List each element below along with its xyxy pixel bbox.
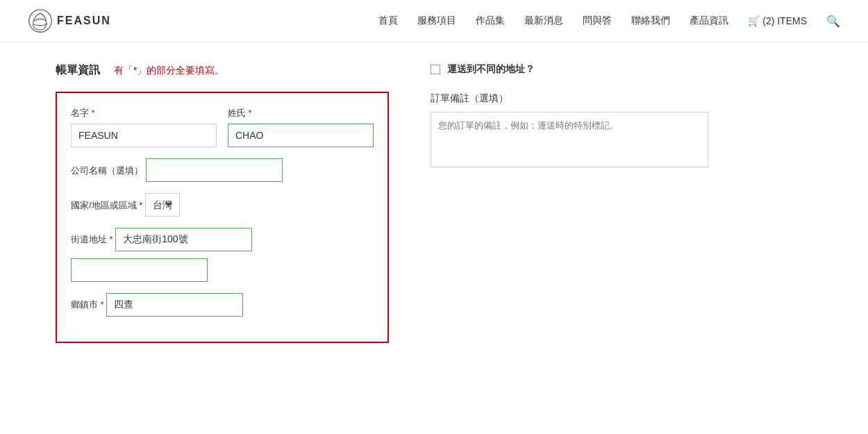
- nav-products[interactable]: 產品資訊: [690, 15, 728, 27]
- order-notes-textarea[interactable]: [431, 112, 708, 167]
- country-group: 國家/地區或區域 * 台灣: [71, 193, 374, 217]
- logo-icon: [28, 8, 53, 33]
- ship-different-checkbox[interactable]: [431, 65, 440, 74]
- header: FEASUN 首頁 服務項目 作品集 最新消息 問與答 聯絡我們 產品資訊 🛒 …: [0, 0, 868, 42]
- country-label: 國家/地區或區域 *: [71, 200, 145, 210]
- street-input-2[interactable]: [71, 258, 208, 282]
- section-header: 帳單資訊 有「*」的部分全要填寫。: [56, 63, 389, 78]
- nav-faq[interactable]: 問與答: [583, 15, 612, 27]
- nav-news[interactable]: 最新消息: [524, 15, 563, 27]
- ship-different-label: 運送到不同的地址？: [447, 63, 535, 76]
- cart-button[interactable]: 🛒 (2) ITEMS: [748, 15, 807, 26]
- last-name-input[interactable]: [228, 124, 374, 147]
- company-label: 公司名稱（選填）: [71, 165, 143, 176]
- country-select[interactable]: 台灣: [145, 193, 180, 217]
- city-input[interactable]: [106, 293, 243, 317]
- billing-form-box: 名字 * 姓氏 * 公司名稱（選填） 國家/地區或區: [56, 92, 389, 343]
- first-name-input[interactable]: [71, 124, 217, 147]
- section-title: 帳單資訊: [56, 63, 100, 78]
- nav-contact[interactable]: 聯絡我們: [631, 15, 670, 27]
- main-nav: 首頁 服務項目 作品集 最新消息 問與答 聯絡我們 產品資訊 🛒 (2) ITE…: [378, 15, 840, 28]
- company-input[interactable]: [146, 158, 283, 182]
- city-label: 鄉鎮市 *: [71, 299, 106, 310]
- order-notes-group: 訂單備註（選填）: [431, 92, 812, 169]
- main-content: 帳單資訊 有「*」的部分全要填寫。 名字 * 姓氏 *: [0, 42, 868, 364]
- last-name-group: 姓氏 *: [228, 107, 374, 147]
- nav-portfolio[interactable]: 作品集: [476, 15, 505, 27]
- cart-icon: 🛒: [748, 15, 760, 26]
- nav-home[interactable]: 首頁: [378, 15, 398, 27]
- street-group: 街道地址 *: [71, 228, 374, 282]
- right-column: 運送到不同的地址？ 訂單備註（選填）: [431, 63, 812, 343]
- cart-label: (2) ITEMS: [762, 15, 807, 26]
- street-input-1[interactable]: [115, 228, 252, 251]
- order-notes-label: 訂單備註（選填）: [431, 92, 812, 105]
- logo: FEASUN: [28, 8, 111, 33]
- last-name-label: 姓氏 *: [228, 107, 374, 119]
- billing-section: 帳單資訊 有「*」的部分全要填寫。 名字 * 姓氏 *: [56, 63, 389, 343]
- required-note: 有「*」的部分全要填寫。: [114, 65, 224, 77]
- city-group: 鄉鎮市 *: [71, 293, 374, 317]
- nav-services[interactable]: 服務項目: [417, 15, 456, 27]
- logo-text: FEASUN: [57, 15, 111, 27]
- first-name-label: 名字 *: [71, 107, 217, 119]
- first-name-group: 名字 *: [71, 107, 217, 147]
- name-row: 名字 * 姓氏 *: [71, 107, 374, 147]
- ship-different-row: 運送到不同的地址？: [431, 63, 812, 76]
- street-label: 街道地址 *: [71, 234, 115, 244]
- company-group: 公司名稱（選填）: [71, 158, 374, 182]
- search-button[interactable]: 🔍: [826, 15, 840, 28]
